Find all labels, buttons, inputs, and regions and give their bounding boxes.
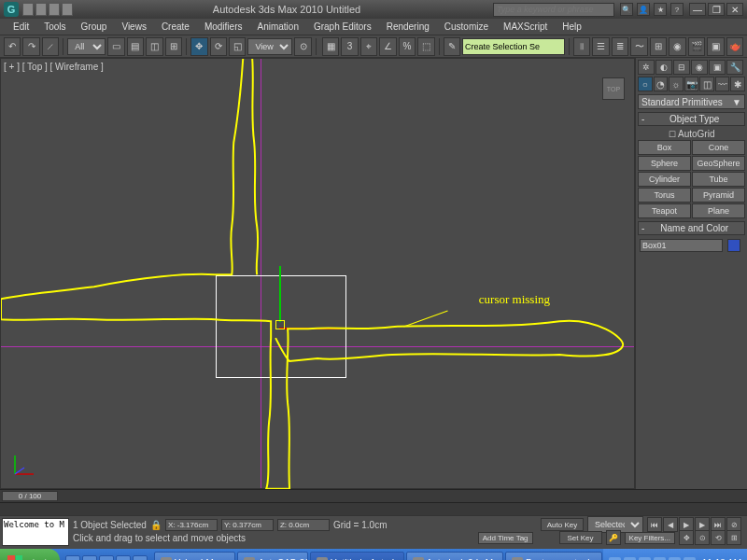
maxscript-listener[interactable]: Welcome to M [2,518,69,546]
helpers-icon[interactable]: ◫ [699,77,714,91]
systems-icon[interactable]: ✱ [730,77,745,91]
cp-hierarchy-icon[interactable]: ⊟ [673,60,690,75]
viewport[interactable]: [ + ] [ Top ] [ Wireframe ] TOP cursor m… [0,58,635,489]
named-selection-set[interactable] [462,38,565,55]
time-slider-handle[interactable]: 0 / 100 [2,491,58,501]
menu-rendering[interactable]: Rendering [379,20,437,34]
taskbar-item[interactable]: Yahoo! Messenger [154,552,236,560]
gizmo-xy-plane[interactable] [275,320,285,329]
rollout-name-color[interactable]: -Name and Color [638,221,745,235]
render-setup-icon[interactable]: 🎬 [688,37,705,56]
ql-firefox-icon[interactable] [82,555,97,560]
layers-icon[interactable]: ≣ [612,37,628,56]
select-icon[interactable]: ▭ [107,37,124,56]
btn-cone[interactable]: Cone [692,140,745,155]
link-icon[interactable]: ⟋ [42,37,59,56]
menu-animation[interactable]: Animation [249,20,305,34]
btn-torus[interactable]: Torus [638,188,691,203]
manip-icon[interactable]: ▦ [322,37,339,56]
viewport-label[interactable]: [ + ] [ Top ] [ Wireframe ] [4,62,104,72]
taskbar-item[interactable]: AutoCAD 2008 [237,552,307,560]
spacewarps-icon[interactable]: 〰 [715,77,730,91]
taskbar-item[interactable]: Post a new topic - Mo... [505,552,602,560]
trackbar[interactable] [0,502,747,515]
gizmo-y-axis[interactable] [279,266,281,322]
angle-snap-icon[interactable]: ∠ [379,37,396,56]
menu-maxscript[interactable]: MAXScript [496,20,555,34]
menu-customize[interactable]: Customize [437,20,496,34]
material-icon[interactable]: ◉ [669,37,685,56]
keyfilters-button[interactable]: Key Filters... [625,532,675,544]
menu-grapheditors[interactable]: Graph Editors [306,20,379,34]
editnamed-icon[interactable]: ✎ [444,37,460,56]
maximize-button[interactable]: ❐ [708,3,725,16]
nav-zoom-icon[interactable]: ⊙ [695,530,710,545]
title-doc-icons[interactable] [22,3,73,16]
select-name-icon[interactable]: ▤ [127,37,144,56]
search-input[interactable] [493,3,614,17]
lock-icon[interactable]: 🔒 [150,520,162,530]
align-icon[interactable]: ☰ [592,37,609,56]
taskbar-item[interactable]: Untitled - Autodesk 3... [310,552,404,560]
percent-snap-icon[interactable]: % [399,37,416,56]
ql-ie-icon[interactable] [65,555,80,560]
cp-create-icon[interactable]: ✲ [638,60,655,75]
comm-icon[interactable]: 👤 [637,3,650,16]
cameras-icon[interactable]: 📷 [684,77,699,91]
keymode-icon[interactable]: 3 [341,37,358,56]
menu-edit[interactable]: Edit [6,20,36,34]
ql-app-icon[interactable] [116,555,131,560]
tray-icon[interactable] [609,557,621,561]
start-button[interactable]: start [0,549,60,560]
nav-max-icon[interactable]: ⊞ [726,530,741,545]
menu-help[interactable]: Help [555,20,589,34]
cp-utilities-icon[interactable]: 🔧 [726,60,743,75]
redo-icon[interactable]: ↷ [22,37,39,56]
infocenter-icon[interactable]: 🔍 [620,3,633,16]
btn-cylinder[interactable]: Cylinder [638,172,691,187]
geometry-icon[interactable]: ○ [638,77,653,91]
title-help-icons[interactable]: 🔍 👤 ★ ? [620,3,684,16]
schematic-icon[interactable]: ⊞ [650,37,667,56]
snap-icon[interactable]: ⌖ [360,37,377,56]
ql-desktop-icon[interactable] [99,555,114,560]
btn-teapot[interactable]: Teapot [638,203,691,218]
coord-z[interactable] [277,519,330,531]
scale-icon[interactable]: ◱ [229,37,246,56]
btn-geosphere[interactable]: GeoSphere [692,156,745,171]
taskbar-item[interactable]: Autodesk 3ds Max Help [406,552,504,560]
move-icon[interactable]: ✥ [190,37,207,56]
spinner-snap-icon[interactable]: ⬚ [417,37,434,56]
minimize-button[interactable]: — [689,3,706,16]
btn-sphere[interactable]: Sphere [638,156,691,171]
undo-icon[interactable]: ↶ [4,37,21,56]
cp-motion-icon[interactable]: ◉ [691,60,708,75]
gizmo-x-axis[interactable] [279,328,340,329]
time-slider[interactable]: 0 / 100 [0,489,747,502]
star-icon[interactable]: ★ [654,3,667,16]
window-crossing-icon[interactable]: ⊞ [165,37,182,56]
ref-coord-system[interactable]: View [247,38,292,55]
nav-pan-icon[interactable]: ✥ [679,530,694,545]
object-color-swatch[interactable] [727,239,740,252]
mirror-icon[interactable]: ⦀ [573,37,590,56]
add-time-tag[interactable]: Add Time Tag [478,532,533,544]
menu-create[interactable]: Create [154,20,197,34]
ql-app2-icon[interactable] [133,555,148,560]
pivot-icon[interactable]: ⊙ [294,37,311,56]
prev-frame-icon[interactable]: ◀ [663,517,678,532]
btn-box[interactable]: Box [638,140,691,155]
key-icon[interactable]: 🔑 [606,530,621,545]
lights-icon[interactable]: ☼ [669,77,684,91]
close-button[interactable]: ✕ [726,3,743,16]
tray-icon[interactable] [654,557,666,561]
cp-modify-icon[interactable]: ◐ [655,60,672,75]
menu-group[interactable]: Group [74,20,115,34]
btn-plane[interactable]: Plane [692,203,745,218]
cp-display-icon[interactable]: ▣ [709,60,726,75]
viewcube[interactable]: TOP [602,77,625,100]
render-icon[interactable]: 🫖 [726,37,743,56]
tray-icon[interactable] [684,557,696,561]
coord-x[interactable] [165,519,218,531]
select-region-icon[interactable]: ◫ [146,37,162,56]
